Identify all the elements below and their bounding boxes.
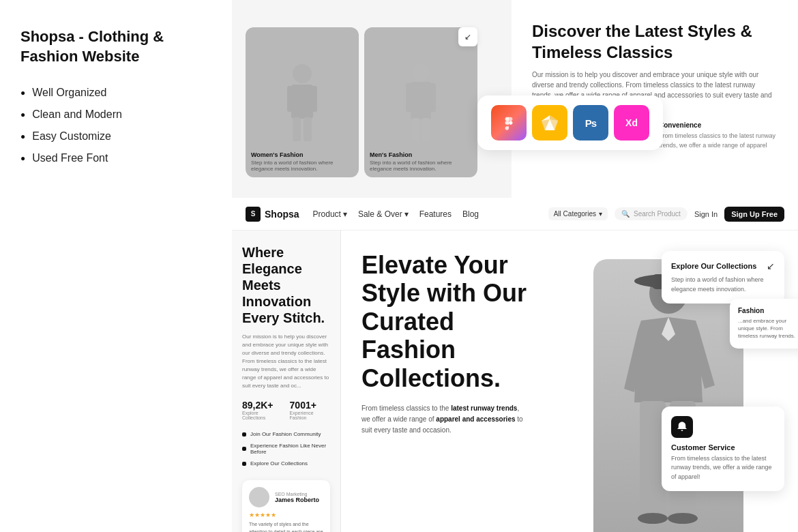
- cta-item-2[interactable]: Experience Fashion Like Never Before: [242, 443, 330, 455]
- svg-rect-13: [406, 83, 415, 112]
- explore-card-desc: Step into a world of fashion where elega…: [671, 276, 775, 294]
- tool-icons-row: Ps Xd: [477, 95, 663, 150]
- svg-point-23: [668, 513, 698, 524]
- convenience-grid: Convenience From timeless classics to th…: [659, 121, 778, 150]
- svg-point-11: [412, 63, 430, 81]
- testimonial-avatar: [249, 487, 269, 507]
- right-edge-title: Fashion: [738, 307, 798, 314]
- feature-item-4: Used Free Font: [20, 152, 211, 164]
- nav-sale[interactable]: Sale & Over ▾: [358, 209, 409, 219]
- svg-point-5: [293, 64, 312, 83]
- photo-cards: Women's Fashion Step into a world of fas…: [232, 14, 491, 191]
- stats-row: 89,2K+ Explore Collections 7001+ Experie…: [242, 400, 330, 420]
- elegance-heading: Where Elegance Meets Innovation Every St…: [242, 244, 330, 326]
- svg-rect-8: [308, 86, 317, 112]
- feature-item-2: Clean and Modern: [20, 108, 211, 121]
- stat-fashion: 7001+ Experience Fashion: [290, 400, 330, 420]
- customer-service-card: Customer Service From timeless classics …: [662, 407, 784, 492]
- nav-logo: S Shopsa: [246, 207, 299, 222]
- category-select[interactable]: All Categories ▾: [548, 207, 608, 220]
- nav-product[interactable]: Product ▾: [313, 209, 347, 219]
- right-edge-desc: ...and embrace your unique style. From t…: [738, 317, 798, 340]
- svg-rect-14: [427, 83, 436, 112]
- left-panel: Shopsa - Clothing & Fashion Website Well…: [0, 0, 232, 532]
- figma-icon[interactable]: [491, 105, 527, 141]
- explore-arrow-icon: ↙: [767, 261, 775, 271]
- testimonial-name: James Roberto: [275, 497, 319, 503]
- womens-card-label: Women's Fashion Step into a world of fas…: [251, 151, 353, 172]
- nav-right: All Categories ▾ 🔍 Search Product Sign I…: [548, 207, 784, 222]
- hero-section: Elevate Your Style with Our Curated Fash…: [341, 231, 798, 532]
- right-edge-panel: Fashion ...and embrace your unique style…: [730, 299, 798, 349]
- bottom-left-sidebar: Where Elegance Meets Innovation Every St…: [232, 231, 341, 532]
- star-rating: ★★★★★: [249, 512, 323, 518]
- womens-fashion-card: Women's Fashion Step into a world of fas…: [246, 27, 359, 177]
- feature-list: Well Organized Clean and Modern Easy Cus…: [20, 87, 211, 164]
- svg-rect-7: [287, 86, 297, 112]
- collapse-icon[interactable]: ↙: [458, 27, 477, 46]
- svg-rect-16: [422, 118, 430, 141]
- customer-service-icon: [671, 416, 693, 438]
- search-box[interactable]: 🔍 Search Product: [615, 207, 688, 220]
- testimonial-role: SEO Marketing: [275, 492, 319, 497]
- explore-collections-card: Explore Our Collections ↙ Step into a wo…: [662, 251, 784, 304]
- cta-dot-1: [242, 432, 246, 437]
- nav-features[interactable]: Features: [419, 209, 452, 219]
- mens-fashion-card: Men's Fashion Step into a world of fashi…: [364, 27, 477, 177]
- signin-button[interactable]: Sign In: [694, 210, 718, 218]
- feature-item-3: Easy Customize: [20, 130, 211, 143]
- svg-rect-15: [412, 118, 419, 141]
- hero-title: Elevate Your Style with Our Curated Fash…: [361, 251, 539, 392]
- svg-rect-10: [304, 117, 312, 141]
- mockup-bottom: Where Elegance Meets Innovation Every St…: [232, 231, 798, 532]
- search-icon: 🔍: [621, 210, 630, 218]
- hero-description: From timeless classics to the latest run…: [361, 403, 525, 436]
- nav-blog[interactable]: Blog: [462, 209, 479, 219]
- cta-dot-2: [242, 447, 246, 451]
- signup-button[interactable]: Sign Up Free: [724, 207, 784, 222]
- nav-links: Product ▾ Sale & Over ▾ Features Blog: [313, 209, 535, 219]
- photoshop-icon[interactable]: Ps: [573, 105, 608, 141]
- sketch-icon[interactable]: [532, 105, 567, 141]
- customer-card-title: Customer Service: [671, 443, 775, 452]
- testimonial-card: SEO Marketing James Roberto ★★★★★ The va…: [242, 480, 330, 532]
- feature-item-1: Well Organized: [20, 87, 211, 99]
- cta-dot-3: [242, 462, 246, 466]
- svg-point-22: [638, 513, 668, 524]
- nav-bar: S Shopsa Product ▾ Sale & Over ▾ Feature…: [232, 198, 798, 231]
- cta-item-1[interactable]: Join Our Fashion Community: [242, 431, 330, 437]
- cta-item-3[interactable]: Explore Our Collections: [242, 460, 330, 467]
- mens-card-label: Men's Fashion Step into a world of fashi…: [370, 151, 472, 172]
- stat-collections: 89,2K+ Explore Collections: [242, 400, 282, 420]
- svg-rect-9: [293, 117, 301, 141]
- xd-icon[interactable]: Xd: [614, 105, 649, 141]
- customer-card-desc: From timeless classics to the latest run…: [671, 454, 775, 482]
- main-mockup: Ps Xd Women's Fashion: [232, 0, 798, 532]
- testimonial-text: The variety of styles and the attention …: [249, 521, 323, 532]
- cta-items: Join Our Fashion Community Experience Fa…: [242, 431, 330, 467]
- explore-card-title: Explore Our Collections: [671, 262, 756, 270]
- fashion-heading: Discover the Latest Styles & Timeless Cl…: [532, 20, 778, 63]
- project-title: Shopsa - Clothing & Fashion Website: [20, 27, 211, 66]
- nav-logo-icon: S: [246, 207, 261, 222]
- elegance-desc: Our mission is to help you discover and …: [242, 333, 330, 390]
